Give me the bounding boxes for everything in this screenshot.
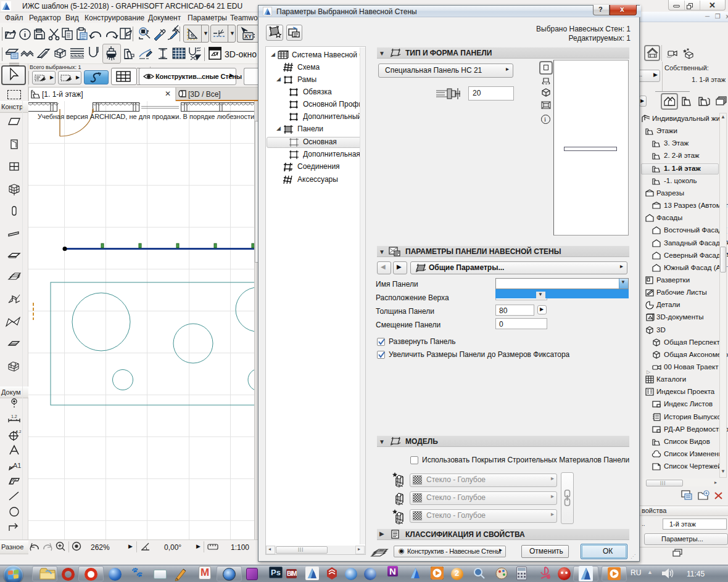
- svg-text:1.2: 1.2: [11, 414, 17, 419]
- svg-text:A1: A1: [13, 462, 21, 469]
- svg-text:1.2: 1.2: [16, 430, 22, 433]
- svg-text:XY: XY: [244, 33, 252, 39]
